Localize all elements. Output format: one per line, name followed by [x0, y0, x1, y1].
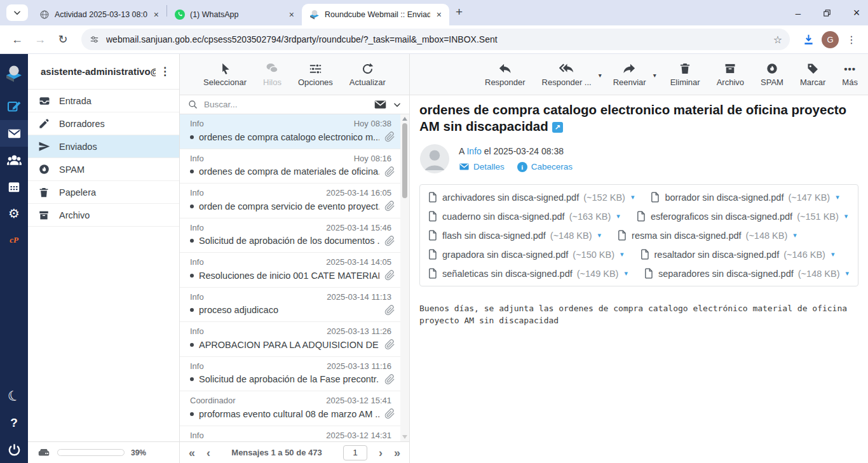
sidebar-item-enviados[interactable]: Enviados — [28, 135, 179, 158]
window-restore-button[interactable] — [822, 8, 832, 18]
message-row[interactable]: Info2025-03-14 16:05 orden de compra ser… — [180, 184, 400, 218]
unread-dot — [190, 308, 194, 312]
details-toggle[interactable]: Detalles — [459, 161, 505, 172]
attachment-menu-caret[interactable]: ▾ — [844, 212, 848, 220]
attachment-menu-caret[interactable]: ▾ — [836, 193, 839, 201]
browser-menu-button[interactable]: ⋮ — [843, 34, 860, 46]
sidebar-item-spam[interactable]: SPAM — [28, 158, 179, 181]
list-scrollbar[interactable] — [400, 114, 409, 441]
help-button[interactable]: ? — [0, 410, 28, 436]
attachment-size: (~148 KB) — [798, 269, 840, 279]
msg-subject: proceso adjudicaco — [199, 305, 379, 315]
attachment-link[interactable]: archivadores sin disca-signed.pdf — [442, 192, 579, 203]
window-minimize-button[interactable]: – — [793, 8, 803, 18]
threads-button[interactable]: Hilos — [263, 62, 281, 87]
message-row[interactable]: InfoHoy 08:16 ordenes de compra de mater… — [180, 149, 400, 184]
attachment-menu-caret[interactable]: ▾ — [620, 250, 624, 258]
forward-dropdown-caret[interactable]: ▾ — [653, 72, 656, 79]
message-row[interactable]: Info2025-03-14 14:05 Resoluciones de ini… — [180, 253, 400, 288]
forward-button[interactable]: Reenviar ▾ — [613, 62, 646, 87]
attachment-link[interactable]: borrador sin disca-signed.pdf — [665, 192, 783, 203]
spam-button[interactable]: SPAM — [761, 62, 783, 87]
site-info-icon[interactable] — [89, 34, 100, 45]
attachment-link[interactable]: separadores sin disca-signed.pdf — [658, 269, 794, 279]
browser-tab-whatsapp[interactable]: (1) WhatsApp × — [167, 4, 302, 25]
message-row[interactable]: Info2025-03-12 14:31 — [180, 426, 400, 442]
first-page-button[interactable]: « — [189, 447, 195, 459]
bookmark-star-icon[interactable]: ☆ — [773, 34, 782, 46]
nav-cpanel-button[interactable]: cP — [0, 227, 28, 253]
message-row[interactable]: Coordinador2025-03-12 15:41 proformas ev… — [180, 391, 400, 426]
refresh-button[interactable]: Actualizar — [349, 62, 386, 87]
search-input[interactable] — [204, 100, 368, 109]
scroll-up-arrow[interactable] — [402, 117, 407, 121]
more-button[interactable]: ••• Más — [842, 62, 858, 87]
msg-date: Hoy 08:16 — [354, 154, 391, 163]
search-options-chevron-icon[interactable] — [393, 100, 402, 109]
nav-contacts-button[interactable] — [0, 147, 28, 173]
attachment-menu-caret[interactable]: ▾ — [598, 231, 602, 239]
window-close-button[interactable]: × — [851, 6, 862, 20]
message-row[interactable]: Info2025-03-14 15:46 Solicitud de aproba… — [180, 218, 400, 253]
message-row[interactable]: Info2025-03-14 11:13 proceso adjudicaco — [180, 288, 400, 323]
scroll-down-arrow[interactable] — [402, 435, 407, 439]
attachment-menu-caret[interactable]: ▾ — [624, 269, 628, 278]
tab-close-icon[interactable]: × — [288, 10, 295, 20]
page-number-input[interactable]: 1 — [343, 445, 367, 460]
reply-button[interactable]: Responder — [485, 62, 526, 87]
browser-tab-roundcube[interactable]: Roundcube Webmail :: Enviados × — [302, 4, 449, 25]
search-scope-mail-icon[interactable] — [374, 98, 387, 111]
tab-close-icon[interactable]: × — [153, 10, 160, 20]
nav-calendar-button[interactable] — [0, 173, 28, 200]
account-menu-button[interactable]: ⋮ — [156, 65, 174, 78]
tab-close-icon[interactable]: × — [435, 10, 443, 20]
profile-avatar[interactable]: G — [822, 31, 839, 48]
tab-search-button[interactable] — [6, 4, 28, 21]
options-button[interactable]: Opciones — [298, 62, 333, 87]
nav-mail-button[interactable] — [0, 120, 28, 147]
attachment-menu-caret[interactable]: ▾ — [831, 250, 835, 258]
reply-all-button[interactable]: Responder ... ▾ — [542, 62, 592, 87]
browser-tab-actividad[interactable]: Actividad 2025-03-13 08:00:00 × — [32, 4, 166, 25]
dark-mode-button[interactable]: ☾ — [0, 383, 28, 410]
reload-button[interactable]: ↻ — [53, 30, 72, 49]
scrollbar-thumb[interactable] — [402, 123, 407, 198]
downloads-button[interactable] — [799, 30, 818, 49]
prev-page-button[interactable]: ‹ — [207, 447, 210, 459]
attachment-link[interactable]: flash sin disca-signed.pdf — [442, 231, 546, 241]
sidebar-item-papelera[interactable]: Papelera — [28, 181, 179, 204]
attachment-menu-caret[interactable]: ▾ — [616, 212, 620, 220]
message-row[interactable]: Info2025-03-13 11:26 APROBACION PARA LA … — [180, 322, 400, 357]
back-button[interactable]: ← — [8, 30, 27, 49]
delete-button[interactable]: Eliminar — [670, 62, 700, 87]
sidebar-item-borradores[interactable]: Borradores — [28, 112, 179, 135]
sidebar-item-archivo[interactable]: Archivo — [28, 204, 179, 227]
sidebar-item-entrada[interactable]: Entrada — [28, 90, 179, 112]
new-tab-button[interactable]: + — [456, 5, 463, 19]
address-bar[interactable]: webmail.sanjuan.gob.ec/cpsess5203502794/… — [81, 29, 790, 50]
recipient-link[interactable]: Info — [466, 146, 481, 156]
last-page-button[interactable]: » — [394, 447, 400, 459]
attachment-link[interactable]: resma sin disca-signed.pdf — [632, 231, 741, 241]
mark-button[interactable]: Marcar — [800, 62, 825, 87]
message-row[interactable]: Info2025-03-13 11:16 Solicitud de aproba… — [180, 357, 400, 392]
compose-button[interactable] — [0, 93, 28, 120]
logout-button[interactable] — [0, 436, 28, 463]
attachment-menu-caret[interactable]: ▾ — [793, 231, 797, 239]
next-page-button[interactable]: › — [379, 447, 383, 459]
attachment-link[interactable]: señaleticas sin disca-signed.pdf — [442, 269, 573, 279]
reply-all-dropdown-caret[interactable]: ▾ — [599, 72, 602, 79]
headers-toggle[interactable]: i Cabeceras — [517, 162, 573, 172]
select-button[interactable]: Seleccionar — [203, 62, 247, 87]
attachment-link[interactable]: resaltador sin disca-signed.pdf — [654, 250, 780, 260]
archive-button[interactable]: Archivo — [717, 62, 744, 87]
attachment-link[interactable]: grapadora sin disca-signed.pdf — [442, 250, 568, 260]
attachment-link[interactable]: esferograficos sin disca-signed.pdf — [651, 211, 792, 222]
attachment-menu-caret[interactable]: ▾ — [631, 193, 635, 201]
nav-settings-button[interactable]: ⚙ — [0, 200, 28, 227]
forward-button[interactable]: → — [31, 30, 50, 49]
attachment-menu-caret[interactable]: ▾ — [845, 269, 849, 278]
open-in-new-window-icon[interactable]: ↗ — [552, 122, 563, 133]
attachment-link[interactable]: cuaderno sin disca-signed.pdf — [442, 211, 565, 222]
message-row[interactable]: InfoHoy 08:38 ordenes de compra catalogo… — [180, 114, 400, 149]
